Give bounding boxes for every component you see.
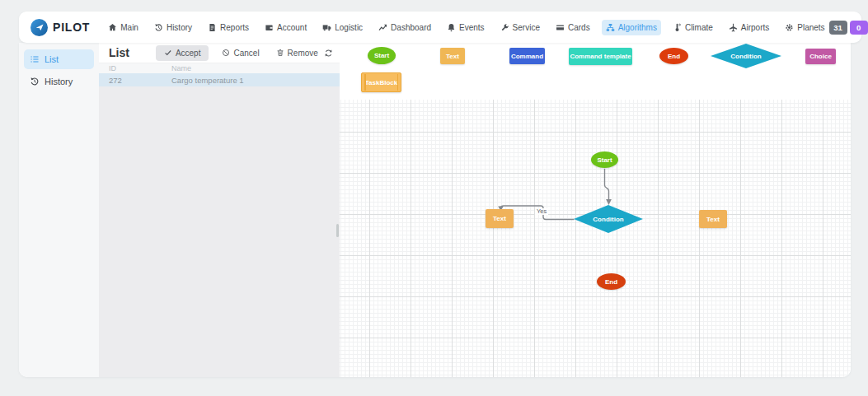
bell-icon [447,23,456,32]
cancel-icon [222,49,230,57]
flow-editor-canvas: Start Text Command Command template End … [340,43,851,377]
canvas-grid[interactable] [340,100,851,377]
flow-node-end[interactable]: End [597,273,626,290]
trash-icon [276,49,284,57]
status-badge[interactable]: 0 [850,21,868,35]
list-panel: List Accept Cancel Remove ID Name 272 Ca [99,43,340,377]
check-icon [164,49,172,57]
row-name: Cargo temperature 1 [171,76,340,85]
nav-item-account[interactable]: Account [260,20,311,35]
row-id: 272 [99,76,171,85]
panel-toolbar: List Accept Cancel Remove [99,43,340,63]
sidebar: List History [19,43,99,377]
nav-item-events[interactable]: Events [443,20,489,35]
edge-label-yes: Yes [535,208,548,215]
column-header-id: ID [99,64,171,72]
accept-button[interactable]: Accept [156,45,209,61]
history-icon [30,77,40,86]
wallet-icon [265,23,274,32]
status-badge[interactable]: 31 [829,21,847,35]
nav-item-history[interactable]: History [150,20,196,35]
brand-name: PILOT [53,21,90,34]
palette-item-taskblock[interactable]: TaskBlock [361,72,401,92]
document-icon [208,23,217,32]
app-logo[interactable]: PILOT [30,19,90,36]
table-row[interactable]: 272 Cargo temperature 1 [99,73,340,86]
nav-item-main[interactable]: Main [104,20,143,35]
palette-item-command-template[interactable]: Command template [569,48,632,65]
nav-item-service[interactable]: Service [496,20,544,35]
chart-icon [378,23,387,32]
home-icon [108,23,117,32]
nav-item-reports[interactable]: Reports [204,20,253,35]
sidebar-item-list[interactable]: List [24,49,94,69]
sitemap-icon [606,23,615,32]
refresh-button[interactable] [321,46,335,60]
thermometer-icon [673,23,682,32]
history-icon [154,23,163,32]
nav-item-dashboard[interactable]: Dashboard [374,20,435,35]
credit-card-icon [556,23,565,32]
panel-title: List [109,46,129,59]
column-header-name: Name [171,64,340,72]
remove-button[interactable]: Remove [273,45,321,61]
list-icon [30,54,40,64]
palette-item-choice[interactable]: Choice [805,49,836,64]
nav-item-cards[interactable]: Cards [551,20,594,35]
palette-item-text[interactable]: Text [440,48,465,64]
counter-badges: 31 0 8 11 0 13 [829,21,868,35]
truck-icon [322,23,331,32]
gear-icon [785,23,794,32]
wrench-icon [500,23,509,32]
scrollbar-thumb[interactable] [336,224,339,237]
main-content: List History List Accept Cancel Remove [19,43,851,377]
top-navigation-bar: PILOT Main History Reports Account Logis… [19,12,861,43]
paper-plane-icon [30,19,48,36]
cancel-button[interactable]: Cancel [218,45,262,61]
sidebar-item-history[interactable]: History [24,72,94,91]
nav-item-planets[interactable]: Planets [781,20,828,35]
refresh-icon [324,49,333,58]
plane-icon [729,23,738,32]
nav-item-logistic[interactable]: Logistic [318,20,367,35]
flow-node-text-right[interactable]: Text [699,210,727,228]
palette-item-command[interactable]: Command [509,48,545,64]
palette-item-condition[interactable]: Condition [711,44,781,68]
nav-item-climate[interactable]: Climate [669,20,717,35]
palette-item-end[interactable]: End [659,48,688,64]
nav-item-algorithms[interactable]: Algorithms [602,20,661,35]
palette-item-start[interactable]: Start [368,47,396,64]
panel-empty-area [99,86,340,377]
flow-node-text-left[interactable]: Text [486,209,514,228]
table-header: ID Name [99,63,340,73]
flow-node-start[interactable]: Start [591,151,618,168]
nav-item-airports[interactable]: Airports [725,20,773,35]
main-nav: Main History Reports Account Logistic Da… [104,20,828,35]
